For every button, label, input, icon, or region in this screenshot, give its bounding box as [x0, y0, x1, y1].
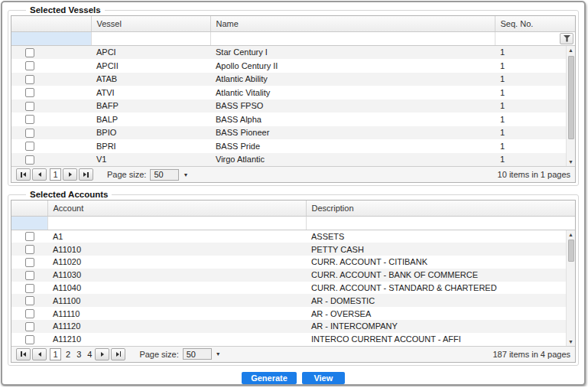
filter-button[interactable] — [560, 33, 573, 44]
scroll-down-icon[interactable]: ▼ — [568, 337, 573, 346]
row-checkbox[interactable] — [25, 88, 34, 97]
scroll-up-icon[interactable]: ▲ — [568, 46, 573, 54]
row-checkbox[interactable] — [25, 271, 34, 280]
prev-page-button[interactable] — [32, 168, 47, 181]
row-checkbox[interactable] — [25, 155, 34, 165]
scroll-track[interactable] — [567, 54, 575, 158]
view-button[interactable]: View — [302, 372, 345, 384]
vessels-vertical-scrollbar[interactable]: ▲ ▼ — [566, 46, 575, 167]
report-window: Selected Vessels Vessel Name Seq. No. — [1, 1, 586, 386]
page-size-select[interactable]: 50 — [183, 348, 212, 360]
next-page-icon — [69, 172, 72, 177]
page-number-link[interactable]: 4 — [87, 350, 92, 359]
page-size-select[interactable]: 50 — [150, 169, 179, 181]
name-cell: Star Century I — [210, 46, 495, 60]
accounts-filter-input-description[interactable] — [306, 216, 575, 230]
first-page-button[interactable] — [16, 168, 31, 181]
row-checkbox[interactable] — [25, 258, 34, 267]
scroll-down-icon[interactable]: ▼ — [568, 158, 573, 166]
vessels-column-header-name[interactable]: Name — [210, 16, 495, 31]
table-row: A11040CURR. ACCOUNT - STANDARD & CHARTER… — [11, 282, 566, 295]
vessel-cell: BPRI — [91, 139, 210, 153]
row-checkbox[interactable] — [25, 232, 34, 241]
account-cell: A11010 — [47, 243, 306, 256]
page-number-list: 1 — [48, 168, 63, 181]
vessels-filter-input-vessel[interactable] — [91, 31, 210, 45]
account-cell: A11020 — [47, 256, 306, 269]
page-number-list: 1234 — [48, 348, 95, 360]
row-checkbox[interactable] — [25, 335, 34, 344]
accounts-column-header-account[interactable]: Account — [47, 201, 306, 216]
table-row: A11210INTERCO CURRENT ACCOUNT - AFFI — [11, 333, 566, 346]
current-page[interactable]: 1 — [50, 348, 61, 360]
vessel-cell: APCII — [91, 59, 210, 73]
checkbox-cell — [11, 112, 91, 126]
accounts-vertical-scrollbar[interactable]: ▲ ▼ — [566, 230, 575, 346]
seq-cell: 1 — [495, 112, 566, 126]
checkbox-cell — [11, 269, 47, 282]
table-row: ATVIAtlantic Vitality1 — [11, 86, 566, 99]
dropdown-arrow-icon[interactable]: ▼ — [216, 351, 221, 357]
checkbox-cell — [11, 256, 47, 269]
next-page-button[interactable] — [95, 348, 109, 360]
accounts-pager: 1234 Page size: 50 ▼ 187 items in 4 page… — [11, 346, 575, 362]
page-size-value: 50 — [154, 170, 163, 179]
vessels-grid: Vessel Name Seq. No. — [11, 15, 576, 183]
vessels-filter-input-seq[interactable] — [495, 31, 575, 45]
name-cell: BASS FPSO — [210, 99, 495, 113]
current-page[interactable]: 1 — [50, 168, 61, 181]
dropdown-arrow-icon[interactable]: ▼ — [183, 172, 188, 178]
table-row: A1ASSETS — [11, 230, 566, 243]
page-size-label: Page size: — [139, 350, 178, 359]
vessel-cell: BAFP — [91, 99, 210, 113]
row-checkbox[interactable] — [25, 75, 34, 84]
last-page-button[interactable] — [111, 348, 125, 360]
vessels-column-header-vessel[interactable]: Vessel — [91, 16, 210, 31]
row-checkbox[interactable] — [25, 142, 34, 151]
generate-button[interactable]: Generate — [242, 372, 297, 384]
row-checkbox[interactable] — [25, 284, 34, 293]
accounts-panel-title: Selected Accounts — [26, 190, 112, 199]
last-page-button[interactable] — [79, 168, 93, 181]
row-checkbox[interactable] — [25, 309, 34, 318]
account-cell: A11120 — [47, 320, 306, 333]
row-checkbox[interactable] — [25, 48, 34, 57]
seq-cell: 1 — [495, 126, 566, 140]
scroll-thumb[interactable] — [568, 240, 574, 262]
checkbox-cell — [11, 139, 91, 153]
prev-page-button[interactable] — [32, 348, 47, 360]
checkbox-cell — [11, 307, 47, 320]
account-cell: A11110 — [47, 307, 306, 320]
first-page-button[interactable] — [16, 348, 31, 360]
table-row: ATABAtlantic Ability1 — [11, 73, 566, 86]
vessels-column-header-seq[interactable]: Seq. No. — [495, 16, 575, 31]
row-checkbox[interactable] — [25, 296, 34, 305]
table-row: BPIOBASS Pioneer1 — [11, 126, 566, 140]
row-checkbox[interactable] — [25, 322, 34, 331]
first-page-icon — [21, 351, 22, 357]
page-number-link[interactable]: 2 — [66, 350, 70, 359]
row-checkbox[interactable] — [25, 115, 34, 124]
row-checkbox[interactable] — [25, 129, 34, 138]
scroll-thumb[interactable] — [568, 56, 574, 140]
table-row: BPRIBASS Pride1 — [11, 139, 566, 153]
scroll-track[interactable] — [567, 239, 575, 337]
seq-cell: 1 — [495, 59, 566, 73]
accounts-filter-input-account[interactable] — [47, 216, 306, 230]
table-row: A11100AR - DOMESTIC — [11, 294, 566, 307]
table-row: A11110AR - OVERSEA — [11, 307, 566, 320]
table-row: BALPBASS Alpha1 — [11, 112, 566, 126]
checkbox-cell — [11, 59, 91, 73]
row-checkbox[interactable] — [25, 102, 34, 111]
accounts-checkbox-column-header — [11, 201, 47, 216]
funnel-icon — [564, 35, 570, 42]
vessels-filter-input-name[interactable] — [210, 31, 495, 45]
next-page-button[interactable] — [63, 168, 77, 181]
page-number-link[interactable]: 3 — [76, 350, 81, 359]
row-checkbox[interactable] — [25, 245, 34, 254]
first-page-icon — [21, 172, 22, 178]
scroll-up-icon[interactable]: ▲ — [568, 230, 573, 239]
row-checkbox[interactable] — [25, 61, 34, 70]
accounts-column-header-description[interactable]: Description — [306, 201, 575, 216]
vessels-checkbox-column-header — [11, 16, 91, 31]
